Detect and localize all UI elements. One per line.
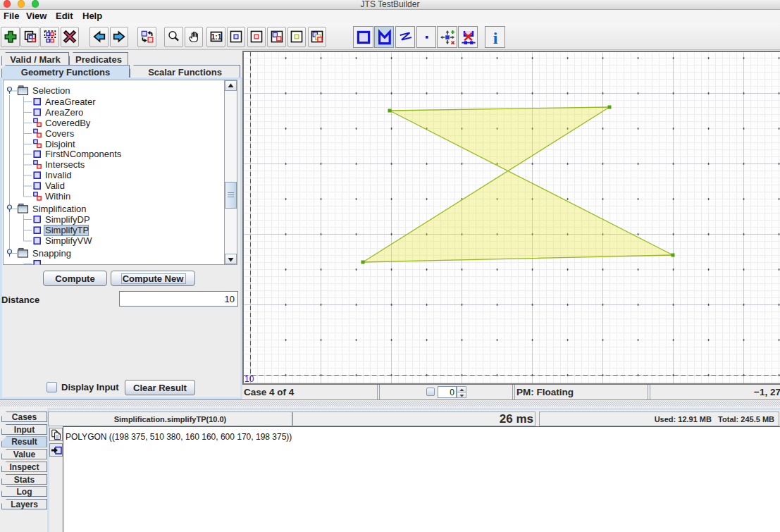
svg-text:10: 10 [244, 374, 254, 384]
